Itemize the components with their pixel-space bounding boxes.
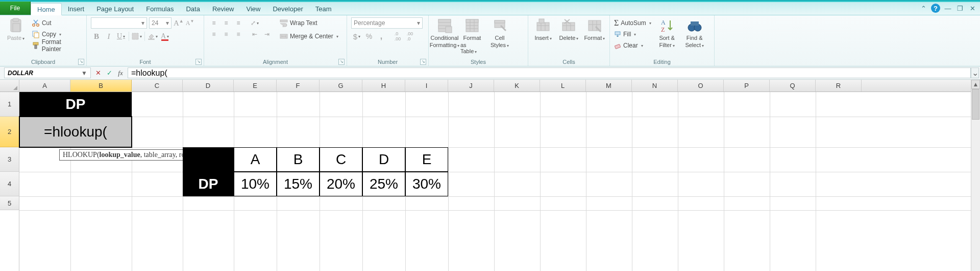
cell-d4-label[interactable]: DP (183, 172, 234, 196)
cell-grid[interactable]: DP =hlookup( HLOOKUP(lookup_value, table… (19, 92, 971, 271)
enter-formula-icon[interactable]: ✓ (104, 69, 114, 77)
align-bottom-icon[interactable]: ≡ (233, 17, 244, 29)
cell-h4[interactable]: 25% (362, 172, 405, 196)
col-header-E[interactable]: E (234, 80, 277, 92)
orientation-icon[interactable]: ⤢ (249, 17, 260, 29)
row-header-4[interactable]: 4 (0, 172, 19, 196)
col-header-N[interactable]: N (632, 80, 678, 92)
align-right-icon[interactable]: ≡ (233, 29, 244, 40)
underline-button[interactable]: U (115, 31, 127, 42)
cell-styles-button[interactable]: Cell Styles (488, 17, 511, 48)
format-as-table-button[interactable]: Format as Table (460, 17, 484, 54)
ribbon-minimize-icon[interactable]: ⌃ (919, 4, 928, 13)
formula-input[interactable]: =hlookup( ⌄ (128, 67, 971, 78)
increase-indent-icon[interactable]: ⇥ (261, 29, 273, 40)
col-header-H[interactable]: H (362, 80, 405, 92)
increase-decimal-icon[interactable]: .0.00 (392, 31, 403, 42)
tab-view[interactable]: View (240, 3, 267, 15)
fill-color-button[interactable] (147, 31, 158, 42)
window-close-icon[interactable]: ✕ (968, 4, 977, 13)
font-color-button[interactable]: A (159, 31, 170, 42)
font-name-combo[interactable]: ▾ (91, 17, 147, 29)
cell-f3[interactable]: B (277, 147, 320, 172)
clear-button[interactable]: Clear (614, 40, 651, 51)
help-icon[interactable]: ? (931, 4, 940, 13)
autosum-button[interactable]: ΣAutoSum (614, 17, 651, 29)
align-center-icon[interactable]: ≡ (220, 29, 232, 40)
select-all-corner[interactable] (0, 80, 19, 92)
col-header-I[interactable]: I (405, 80, 448, 92)
col-header-R[interactable]: R (816, 80, 862, 92)
col-header-A[interactable]: A (19, 80, 70, 92)
accounting-format-button[interactable]: $ (351, 31, 362, 42)
chevron-down-icon[interactable]: ▼ (81, 70, 87, 77)
row-header-3[interactable]: 3 (0, 147, 19, 172)
tab-insert[interactable]: Insert (62, 3, 91, 15)
window-restore-icon[interactable]: ❐ (955, 4, 965, 13)
sort-filter-button[interactable]: AZ Sort & Filter (655, 17, 679, 48)
col-header-Q[interactable]: Q (770, 80, 816, 92)
font-dialog-launcher[interactable]: ↘ (195, 59, 202, 65)
increase-font-icon[interactable]: A▲ (174, 18, 184, 28)
cut-button[interactable]: Cut (32, 17, 82, 29)
col-header-G[interactable]: G (320, 80, 362, 92)
tab-formulas[interactable]: Formulas (140, 3, 180, 15)
align-middle-icon[interactable]: ≡ (220, 17, 232, 29)
scroll-up-icon[interactable]: ▲ (971, 80, 980, 89)
delete-cells-button[interactable]: Delete (558, 17, 579, 41)
col-header-K[interactable]: K (494, 80, 540, 92)
insert-cells-button[interactable]: Insert (532, 17, 554, 41)
col-header-M[interactable]: M (586, 80, 632, 92)
window-minimize-icon[interactable]: — (943, 4, 952, 13)
col-header-L[interactable]: L (540, 80, 586, 92)
row-header-1[interactable]: 1 (0, 92, 19, 117)
cancel-formula-icon[interactable]: ✕ (93, 69, 103, 77)
vertical-scrollbar[interactable]: ▲ (971, 80, 980, 271)
tab-team[interactable]: Team (309, 3, 338, 15)
row-header-2[interactable]: 2 (0, 117, 19, 147)
col-header-B[interactable]: B (70, 80, 132, 92)
scroll-thumb[interactable] (972, 89, 979, 120)
cell-a1-b1-header[interactable]: DP (19, 92, 132, 117)
align-left-icon[interactable]: ≡ (208, 29, 219, 40)
format-painter-button[interactable]: Format Painter (32, 40, 82, 51)
decrease-indent-icon[interactable]: ⇤ (249, 29, 260, 40)
cell-i4[interactable]: 30% (405, 172, 448, 196)
expand-formula-bar-icon[interactable]: ⌄ (971, 67, 979, 78)
alignment-dialog-launcher[interactable]: ↘ (338, 59, 345, 65)
col-header-D[interactable]: D (183, 80, 234, 92)
wrap-text-button[interactable]: Wrap Text (280, 17, 338, 29)
col-header-O[interactable]: O (678, 80, 724, 92)
clipboard-dialog-launcher[interactable]: ↘ (78, 59, 84, 65)
decrease-decimal-icon[interactable]: .00.0 (404, 31, 415, 42)
tab-page-layout[interactable]: Page Layout (90, 3, 140, 15)
col-header-J[interactable]: J (448, 80, 494, 92)
row-header-5[interactable]: 5 (0, 196, 19, 210)
conditional-formatting-button[interactable]: Conditional Formatting (433, 17, 456, 48)
find-select-button[interactable]: Find & Select (683, 17, 706, 48)
cell-d3-blank[interactable] (183, 147, 234, 172)
tab-home[interactable]: Home (31, 3, 62, 15)
tab-file[interactable]: File (0, 2, 31, 15)
borders-button[interactable] (131, 31, 142, 42)
number-dialog-launcher[interactable]: ↘ (420, 59, 426, 65)
fx-icon[interactable]: fx (115, 69, 126, 77)
tab-developer[interactable]: Developer (266, 3, 309, 15)
percent-format-button[interactable]: % (363, 31, 375, 42)
tab-data[interactable]: Data (180, 3, 206, 15)
format-cells-button[interactable]: Format (584, 17, 605, 41)
col-header-C[interactable]: C (132, 80, 183, 92)
fill-button[interactable]: Fill (614, 29, 651, 40)
italic-button[interactable]: I (103, 31, 114, 42)
merge-center-button[interactable]: Merge & Center (280, 31, 338, 42)
cell-g3[interactable]: C (320, 147, 362, 172)
cell-e4[interactable]: 10% (234, 172, 277, 196)
paste-button[interactable]: Paste (4, 17, 28, 41)
cell-f4[interactable]: 15% (277, 172, 320, 196)
cell-g4[interactable]: 20% (320, 172, 362, 196)
active-cell-b2[interactable]: =hlookup( (19, 116, 132, 148)
cell-i3[interactable]: E (405, 147, 448, 172)
align-top-icon[interactable]: ≡ (208, 17, 219, 29)
number-format-combo[interactable]: Percentage▾ (351, 17, 423, 29)
name-box[interactable]: DOLLAR ▼ (4, 67, 91, 78)
